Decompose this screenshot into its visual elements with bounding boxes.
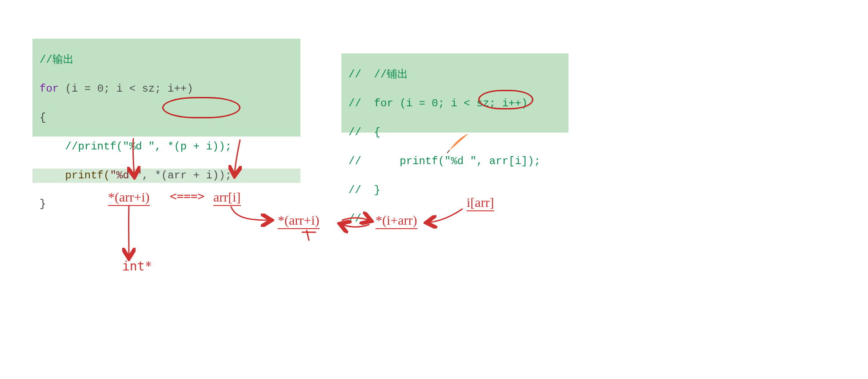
- left-format-str: "%d ": [110, 169, 142, 181]
- left-open-brace: {: [40, 112, 46, 124]
- annot-expr2: arr[i]: [213, 190, 241, 205]
- right-l5-slash: //: [348, 213, 361, 225]
- left-semi: );: [219, 169, 232, 181]
- right-l0-text: //铺出: [361, 69, 408, 81]
- annot-expr5: i[arr]: [467, 195, 494, 210]
- annot-expr3: *(arr+i): [278, 213, 320, 228]
- code-block-right: // //铺出 // for (i = 0; i < sz; i++) // {…: [341, 53, 568, 133]
- annot-expr1: *(arr+i): [108, 190, 150, 205]
- left-comma: ,: [142, 169, 155, 181]
- right-l4-text: }: [361, 184, 380, 196]
- right-l2-slash: //: [348, 126, 361, 138]
- annot-type: int*: [122, 259, 152, 274]
- right-l2-text: {: [361, 126, 380, 138]
- feather-icon: [444, 131, 471, 158]
- left-line1: //输出: [40, 54, 74, 66]
- left-deref-expr: *(arr + i): [155, 169, 219, 181]
- left-commented-printf: //printf("%d ", *(p + i));: [40, 141, 232, 153]
- right-l3-slash: //: [348, 155, 361, 167]
- left-for-keyword: for: [40, 83, 59, 95]
- annot-equiv: <===>: [170, 190, 204, 203]
- right-l1-text: for (i = 0; i < sz; i++): [361, 97, 528, 109]
- left-for-rest: (i = 0; i < sz; i++): [59, 83, 193, 95]
- left-printf: printf(: [40, 169, 110, 181]
- code-block-left: //输出 for (i = 0; i < sz; i++) { //printf…: [32, 39, 300, 137]
- left-close-brace: }: [40, 198, 46, 210]
- right-l1-slash: //: [348, 97, 361, 109]
- left-active-line: printf("%d ", *(arr + i));: [32, 169, 300, 183]
- annot-expr4: *(i+arr): [376, 213, 417, 228]
- right-l4-slash: //: [348, 184, 361, 196]
- right-l0-slash: //: [348, 69, 361, 81]
